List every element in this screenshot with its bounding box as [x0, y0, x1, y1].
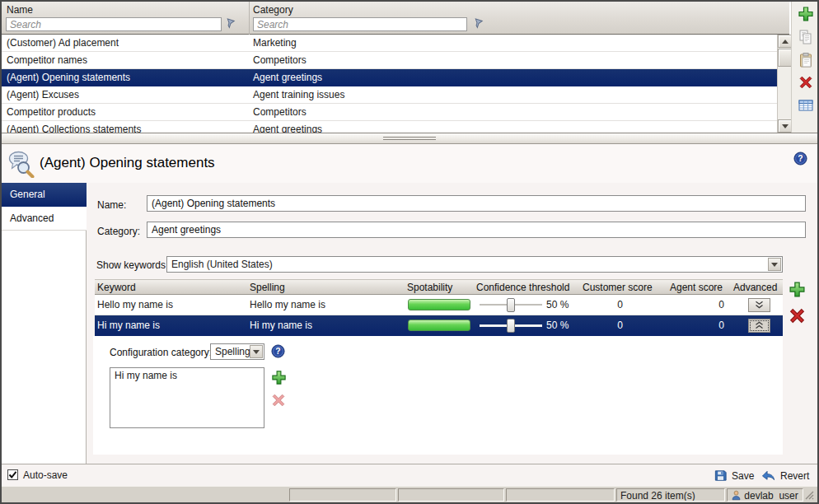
- language-combobox[interactable]: English (United States): [166, 256, 783, 273]
- status-segment-empty: [398, 488, 504, 502]
- add-button green-plus-icon[interactable]: [798, 6, 814, 22]
- name-field[interactable]: [147, 195, 806, 212]
- agent-score-value: 0: [658, 320, 724, 331]
- tab-general[interactable]: General: [2, 183, 87, 207]
- language-value: English (United States): [171, 259, 273, 270]
- paste-button clipboard-paste-icon[interactable]: [798, 52, 814, 68]
- kw-header-confidence[interactable]: Confidence threshold: [476, 282, 569, 293]
- pane-splitter[interactable]: [2, 133, 817, 144]
- kw-header-spotability[interactable]: Spotability: [407, 282, 452, 293]
- detail-body: General Advanced Name: Category: Show ke…: [2, 183, 817, 464]
- row-category: Agent training issues: [253, 89, 344, 100]
- save-button-label: Save: [732, 470, 754, 482]
- confidence-slider[interactable]: [480, 295, 542, 315]
- keyword-editor-panel: Configuration category: Spellings ? Hi m…: [93, 336, 783, 455]
- advanced-collapse-button[interactable]: [748, 319, 770, 333]
- kw-header-keyword[interactable]: Keyword: [97, 282, 136, 293]
- scroll-down-button[interactable]: [778, 119, 792, 133]
- row-category: Competitors: [253, 106, 307, 118]
- category-field[interactable]: [147, 222, 806, 238]
- row-name: (Agent) Opening statements: [7, 72, 130, 83]
- category-field-label: Category:: [97, 226, 140, 237]
- name-search-input[interactable]: [6, 17, 222, 31]
- table-row[interactable]: (Customer) Ad placement Marketing: [2, 35, 777, 52]
- revert-button-label: Revert: [780, 470, 809, 482]
- status-username: devlab_user: [744, 490, 798, 502]
- column-header-category[interactable]: Category: [253, 4, 293, 16]
- configuration-category-dropdown[interactable]: Spellings: [210, 343, 264, 360]
- delete-keyword-button red-x-icon[interactable]: [788, 306, 807, 325]
- splitter-grip[interactable]: [383, 137, 436, 141]
- name-filter-funnel-icon[interactable]: [224, 18, 237, 30]
- revert-button[interactable]: Revert: [760, 468, 809, 483]
- table-row[interactable]: Competitor names Competitors: [2, 52, 777, 69]
- svg-text:?: ?: [798, 154, 803, 163]
- checkmark-icon: [8, 470, 17, 479]
- kw-header-advanced[interactable]: Advanced: [733, 282, 777, 293]
- combo-arrow-button[interactable]: [768, 258, 781, 271]
- advanced-expand-button[interactable]: [748, 298, 770, 312]
- row-name: (Agent) Collections statements: [7, 124, 141, 133]
- add-keyword-button green-plus-icon[interactable]: [789, 281, 806, 298]
- autosave-label: Auto-save: [23, 469, 68, 481]
- down-arrow-icon: [253, 350, 260, 354]
- table-header: Name Category: [2, 2, 789, 35]
- spellings-listbox[interactable]: Hi my name is: [110, 367, 264, 428]
- confidence-slider-thumb[interactable]: [507, 298, 515, 312]
- customer-score-value: 0: [557, 320, 623, 331]
- side-toolbar: [791, 2, 817, 133]
- row-category: Marketing: [253, 37, 297, 49]
- kw-keyword: Hi my name is: [97, 320, 160, 331]
- tab-advanced[interactable]: Advanced: [2, 207, 87, 231]
- undo-arrow-icon: [760, 469, 776, 483]
- confidence-slider[interactable]: [480, 315, 542, 336]
- speech-bubble-magnifier-icon: [7, 150, 35, 178]
- editor-help-button blue-question-icon[interactable]: ?: [271, 344, 285, 358]
- status-user-segment: devlab_user: [727, 488, 803, 502]
- column-separator: [249, 2, 250, 35]
- spotability-bar: [408, 320, 470, 331]
- detail-header: (Agent) Opening statements ?: [2, 144, 817, 183]
- spotability-bar: [408, 299, 470, 310]
- status-segment-empty: [289, 488, 396, 502]
- add-spelling-button green-plus-icon[interactable]: [271, 370, 287, 385]
- copy-button copy-pages-icon[interactable]: [798, 29, 814, 45]
- grid-view-button grid-view-icon[interactable]: [798, 97, 814, 114]
- table-row[interactable]: (Agent) Collections statements Agent gre…: [2, 121, 777, 133]
- kw-spelling: Hi my name is: [250, 320, 312, 331]
- row-name: Competitor products: [7, 106, 96, 118]
- delete-spelling-button pale-red-x-icon[interactable]: [270, 392, 287, 408]
- spelling-item[interactable]: Hi my name is: [110, 368, 264, 383]
- column-header-name[interactable]: Name: [7, 4, 33, 16]
- help-button blue-question-icon[interactable]: ?: [793, 152, 807, 166]
- combo-arrow-button[interactable]: [250, 345, 263, 358]
- keyword-row-selected[interactable]: Hi my name is Hi my name is 50 % 0 0: [95, 315, 783, 336]
- autosave-checkbox[interactable]: [7, 469, 18, 480]
- delete-button red-x-icon[interactable]: [798, 74, 814, 91]
- category-search-input[interactable]: [253, 17, 467, 31]
- table-row-selected[interactable]: (Agent) Opening statements Agent greetin…: [2, 69, 777, 86]
- kw-keyword: Hello my name is: [97, 299, 173, 310]
- down-arrow-icon: [771, 263, 778, 267]
- row-name: (Customer) Ad placement: [7, 37, 119, 49]
- row-name: Competitor names: [7, 54, 87, 66]
- category-filter-funnel-icon[interactable]: [472, 18, 485, 30]
- table-row[interactable]: Competitor products Competitors: [2, 104, 777, 121]
- down-arrow-icon: [782, 124, 789, 128]
- vertical-scrollbar[interactable]: [777, 35, 791, 133]
- save-button[interactable]: Save: [714, 468, 754, 483]
- kw-header-agent-score[interactable]: Agent score: [670, 282, 723, 293]
- row-category: Agent greetings: [253, 72, 322, 83]
- confidence-slider-thumb[interactable]: [507, 319, 515, 333]
- kw-header-customer-score[interactable]: Customer score: [583, 282, 653, 293]
- keyword-row[interactable]: Hello my name is Hello my name is 50 % 0…: [95, 295, 783, 315]
- footer-bar: Auto-save Save Revert: [2, 464, 817, 486]
- scrollbar-thumb[interactable]: [778, 49, 792, 67]
- kw-spelling: Hello my name is: [250, 299, 325, 310]
- detail-tab-strip: General Advanced: [2, 183, 87, 464]
- table-row[interactable]: (Agent) Excuses Agent training issues: [2, 86, 777, 104]
- kw-header-spelling[interactable]: Spelling: [250, 282, 285, 293]
- scroll-up-button[interactable]: [778, 35, 792, 48]
- window-resize-grip[interactable]: [804, 490, 815, 501]
- page-title: (Agent) Opening statements: [40, 155, 215, 171]
